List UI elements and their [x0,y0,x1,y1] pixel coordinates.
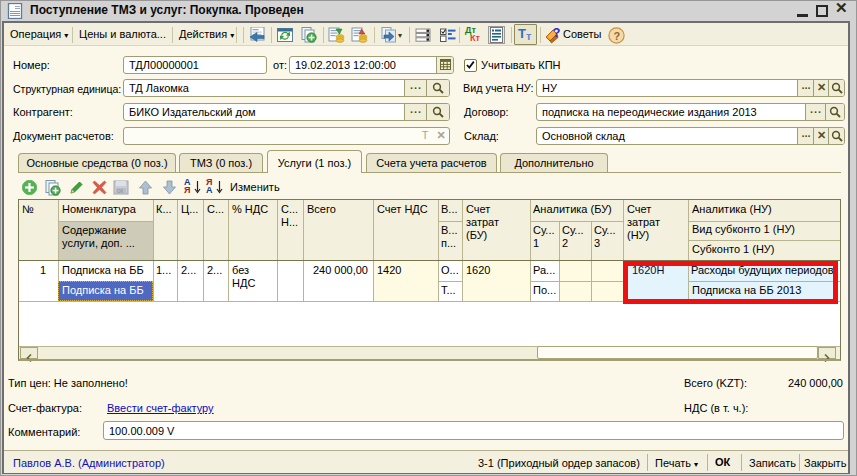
svg-text:?: ? [614,30,621,42]
svg-text:ОК: ОК [117,189,124,194]
svg-text:?: ? [553,26,561,40]
